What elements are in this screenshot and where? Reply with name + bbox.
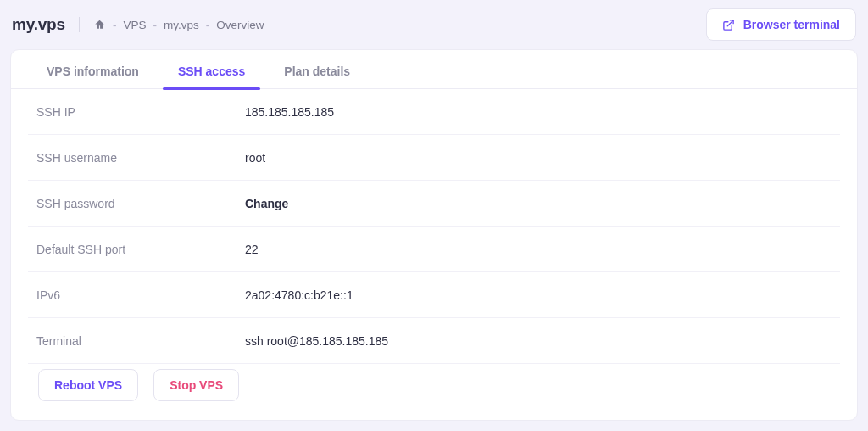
row-ssh-port: Default SSH port 22 xyxy=(28,227,840,272)
stop-vps-label: Stop VPS xyxy=(170,378,223,392)
value-ipv6: 2a02:4780:c:b21e::1 xyxy=(245,288,353,302)
home-icon[interactable] xyxy=(93,19,106,31)
reboot-vps-label: Reboot VPS xyxy=(54,378,122,392)
value-ssh-ip: 185.185.185.185 xyxy=(245,105,334,119)
svg-line-0 xyxy=(727,20,733,25)
breadcrumb-sep: - xyxy=(113,19,117,31)
breadcrumb-item-vps[interactable]: VPS xyxy=(123,19,146,31)
tab-vps-information[interactable]: VPS information xyxy=(31,54,154,88)
tab-ssh-access[interactable]: SSH access xyxy=(163,54,260,88)
value-ssh-username: root xyxy=(245,151,265,165)
label-ssh-username: SSH username xyxy=(36,151,245,165)
breadcrumb-sep: - xyxy=(153,19,157,31)
breadcrumb-item-myvps[interactable]: my.vps xyxy=(164,19,199,31)
breadcrumb-item-overview[interactable]: Overview xyxy=(216,19,264,31)
logo: my.vps xyxy=(12,15,65,34)
external-link-icon xyxy=(722,19,735,31)
row-ipv6: IPv6 2a02:4780:c:b21e::1 xyxy=(28,272,840,318)
value-terminal: ssh root@185.185.185.185 xyxy=(245,334,388,348)
value-ssh-port: 22 xyxy=(245,243,259,256)
row-terminal: Terminal ssh root@185.185.185.185 xyxy=(28,318,840,364)
change-password-link[interactable]: Change xyxy=(245,197,288,210)
label-terminal: Terminal xyxy=(36,334,245,348)
top-bar: my.vps - VPS - my.vps - Overview Browser… xyxy=(10,12,858,49)
stop-vps-button[interactable]: Stop VPS xyxy=(153,369,239,401)
tab-bar: VPS information SSH access Plan details xyxy=(11,50,857,89)
divider xyxy=(79,17,80,32)
label-ssh-ip: SSH IP xyxy=(36,105,245,119)
row-ssh-ip: SSH IP 185.185.185.185 xyxy=(28,89,840,135)
vps-actions: Reboot VPS Stop VPS xyxy=(28,364,840,403)
breadcrumb: - VPS - my.vps - Overview xyxy=(93,19,264,31)
browser-terminal-label: Browser terminal xyxy=(743,18,840,31)
vps-panel: VPS information SSH access Plan details … xyxy=(10,49,858,421)
ssh-details: SSH IP 185.185.185.185 SSH username root… xyxy=(11,89,857,420)
label-ssh-port: Default SSH port xyxy=(36,243,245,256)
reboot-vps-button[interactable]: Reboot VPS xyxy=(38,369,138,401)
tab-plan-details[interactable]: Plan details xyxy=(269,54,365,88)
label-ssh-password: SSH password xyxy=(36,197,245,210)
row-ssh-username: SSH username root xyxy=(28,135,840,181)
breadcrumb-sep: - xyxy=(206,19,210,31)
label-ipv6: IPv6 xyxy=(36,288,245,302)
row-ssh-password: SSH password Change xyxy=(28,181,840,227)
browser-terminal-button[interactable]: Browser terminal xyxy=(706,8,856,41)
